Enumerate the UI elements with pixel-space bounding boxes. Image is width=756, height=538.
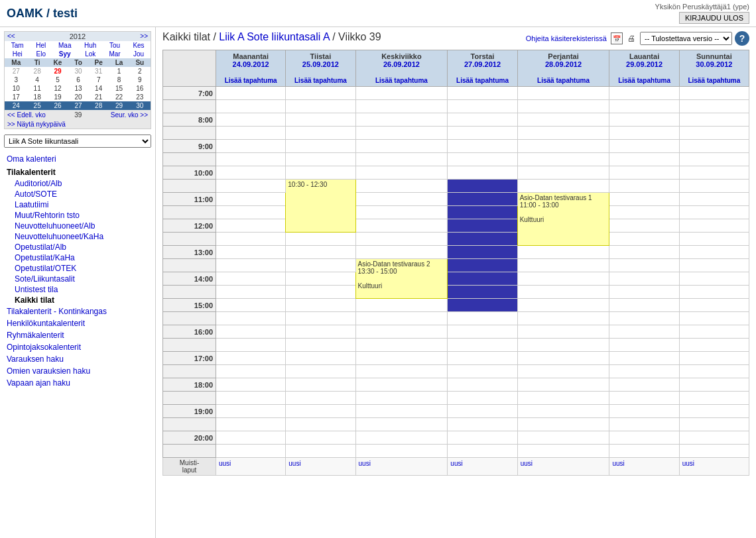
cell-930-thu[interactable] [448, 153, 517, 166]
cell-1330-wed[interactable]: Asio-Datan testivaraus 2 13:30 - 15:00 K… [355, 259, 448, 299]
cell-1930-thu[interactable] [448, 418, 517, 431]
cell-1200-sat[interactable] [609, 219, 679, 233]
memo-fri-link[interactable]: uusi [521, 460, 533, 467]
cell-1000-sun[interactable] [679, 166, 749, 180]
day-21[interactable]: 21 [88, 93, 109, 101]
cell-1430-thu[interactable] [448, 286, 517, 299]
cell-1330-mon[interactable] [216, 259, 286, 272]
cell-1130-wed[interactable] [355, 206, 448, 219]
cell-1500-mon[interactable] [216, 299, 286, 312]
cell-930-sat[interactable] [609, 153, 679, 166]
month-dec[interactable]: Jou [127, 50, 151, 58]
cell-1030-wed[interactable] [355, 180, 448, 193]
cell-1830-sun[interactable] [679, 392, 749, 405]
add-event-tue[interactable]: Lisää tapahtuma [294, 77, 347, 84]
day-29-sel[interactable]: 29 [109, 101, 129, 110]
cell-700-tue[interactable] [286, 87, 355, 100]
cell-1600-thu[interactable] [448, 325, 517, 339]
cell-1300-sun[interactable] [679, 246, 749, 259]
cell-1530-fri[interactable] [517, 312, 609, 325]
cell-1730-thu[interactable] [448, 365, 517, 378]
cell-2030-sat[interactable] [609, 445, 679, 458]
cell-2030-thu[interactable] [448, 445, 517, 458]
cell-1630-wed[interactable] [355, 339, 448, 352]
cell-1700-wed[interactable] [355, 352, 448, 365]
day-28-sel[interactable]: 28 [88, 101, 109, 110]
cell-1730-tue[interactable] [286, 365, 355, 378]
henkilokunta-link[interactable]: Henkilökuntakalenterit [4, 317, 151, 329]
cell-2000-wed[interactable] [355, 431, 448, 445]
month-jul[interactable]: Hei [5, 50, 31, 58]
month-mar[interactable]: Maa [52, 41, 78, 50]
cell-1730-mon[interactable] [216, 365, 286, 378]
room-sote[interactable]: Sote/Liikuntasalit [4, 274, 151, 284]
cell-1500-thu[interactable] [448, 299, 517, 312]
cell-1530-sat[interactable] [609, 312, 679, 325]
cell-830-mon[interactable] [216, 127, 286, 140]
cell-1300-tue[interactable] [286, 246, 355, 259]
day-2[interactable]: 2 [129, 67, 151, 76]
event-wed-title[interactable]: Asio-Datan testivaraus 2 [358, 260, 430, 268]
memo-fri[interactable]: uusi [517, 458, 609, 476]
cell-1630-tue[interactable] [286, 339, 355, 352]
cell-1700-sat[interactable] [609, 352, 679, 365]
cell-730-thu[interactable] [448, 100, 517, 113]
cell-1030-tue[interactable]: 10:30 - 12:30 [286, 180, 355, 233]
day-11[interactable]: 11 [28, 84, 47, 93]
cell-900-tue[interactable] [286, 140, 355, 153]
day-29-today[interactable]: 29 [47, 67, 68, 76]
cell-730-sat[interactable] [609, 100, 679, 113]
cell-1530-tue[interactable] [286, 312, 355, 325]
day-12[interactable]: 12 [47, 84, 68, 93]
day-5[interactable]: 5 [47, 76, 68, 84]
cell-1100-thu[interactable] [448, 193, 517, 206]
room-opetus-alb[interactable]: Opetustilat/Alb [4, 242, 151, 252]
cell-1500-tue[interactable] [286, 299, 355, 312]
cell-1500-fri[interactable] [517, 299, 609, 312]
print-version-select[interactable]: -- Tulostettava versio -- [640, 32, 732, 45]
cell-1230-wed[interactable] [355, 233, 448, 246]
cell-1700-sun[interactable] [679, 352, 749, 365]
cell-1400-thu[interactable] [448, 272, 517, 286]
next-week-link[interactable]: Seur. vko >> [111, 111, 148, 119]
cell-1600-sat[interactable] [609, 325, 679, 339]
cell-700-fri[interactable] [517, 87, 609, 100]
cell-700-mon[interactable] [216, 87, 286, 100]
cell-1830-sat[interactable] [609, 392, 679, 405]
cell-1930-wed[interactable] [355, 418, 448, 431]
cell-1530-wed[interactable] [355, 312, 448, 325]
cell-1600-mon[interactable] [216, 325, 286, 339]
cell-900-fri[interactable] [517, 140, 609, 153]
room-muut[interactable]: Muut/Rehtorin tsto [4, 210, 151, 221]
cell-930-tue[interactable] [286, 153, 355, 166]
add-event-wed[interactable]: Lisää tapahtuma [375, 77, 428, 84]
cell-2030-wed[interactable] [355, 445, 448, 458]
cell-1230-thu[interactable] [448, 233, 517, 246]
day-date-sun[interactable]: 30.09.2012 [682, 60, 746, 68]
cell-1700-thu[interactable] [448, 352, 517, 365]
memo-wed[interactable]: uusi [355, 458, 448, 476]
cell-1800-sun[interactable] [679, 378, 749, 392]
cell-1200-mon[interactable] [216, 219, 286, 233]
cell-1030-sat[interactable] [609, 180, 679, 193]
cell-1830-mon[interactable] [216, 392, 286, 405]
cell-1000-fri[interactable] [517, 166, 609, 180]
cell-1600-sun[interactable] [679, 325, 749, 339]
add-event-thu[interactable]: Lisää tapahtuma [456, 77, 509, 84]
day-28[interactable]: 28 [28, 67, 47, 76]
cell-830-fri[interactable] [517, 127, 609, 140]
day-19[interactable]: 19 [47, 93, 68, 101]
cell-1930-tue[interactable] [286, 418, 355, 431]
cell-1200-wed[interactable] [355, 219, 448, 233]
memo-tue-link[interactable]: uusi [288, 460, 300, 467]
calendar-icon[interactable]: 📅 [611, 32, 623, 44]
cell-700-sun[interactable] [679, 87, 749, 100]
cell-830-sun[interactable] [679, 127, 749, 140]
day-24-sel[interactable]: 24 [5, 101, 28, 110]
cell-1900-fri[interactable] [517, 405, 609, 418]
today-link[interactable]: >> Näytä nykypäivä [7, 121, 66, 128]
memo-sat-link[interactable]: uusi [612, 460, 624, 467]
memo-sat[interactable]: uusi [609, 458, 679, 476]
cell-1800-fri[interactable] [517, 378, 609, 392]
cell-1830-fri[interactable] [517, 392, 609, 405]
